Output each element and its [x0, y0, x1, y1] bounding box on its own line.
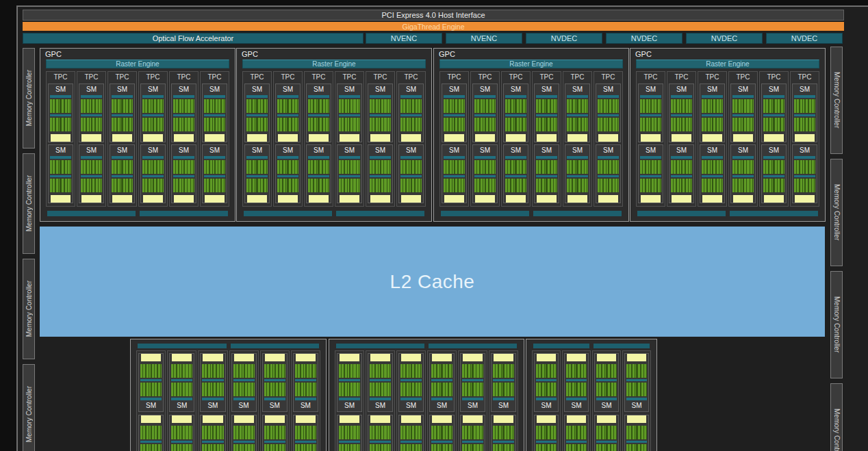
cuda-core-array — [246, 160, 268, 174]
scheduler-strip — [596, 379, 617, 381]
cuda-core-array — [671, 118, 692, 131]
pci-host-interface-bar: PCI Express 4.0 Host Interface — [23, 10, 844, 21]
cuda-core-array — [264, 426, 285, 439]
scheduler-strip — [732, 175, 754, 177]
rt-core — [641, 134, 661, 142]
cuda-core-array — [794, 99, 815, 113]
l2-cache-block: L2 Cache — [40, 227, 825, 337]
rt-core — [278, 134, 298, 142]
sm-block: SM — [638, 83, 663, 142]
rt-core — [506, 195, 526, 203]
memory-controller-label: Memory Controller — [833, 296, 841, 352]
rt-core — [795, 134, 815, 142]
cuda-core-array — [536, 444, 557, 451]
tpc-block: TPCSMSM — [77, 71, 106, 207]
cuda-core-array — [474, 179, 496, 192]
tpc-label: TPC — [730, 72, 756, 81]
cuda-core-array — [444, 99, 465, 113]
rt-core — [340, 354, 359, 361]
sm-block: SM — [398, 144, 424, 203]
sm-label: SM — [173, 86, 194, 94]
scheduler-strip — [732, 156, 754, 159]
scheduler-strip — [173, 156, 194, 159]
scheduler-strip — [81, 156, 102, 159]
scheduler-strip — [277, 175, 298, 177]
sm-label: SM — [277, 86, 298, 94]
tpc-block: SMSM — [532, 350, 561, 451]
cuda-core-array — [112, 118, 133, 131]
sm-label: SM — [462, 402, 483, 410]
scheduler-strip — [598, 175, 619, 177]
cuda-core-array — [277, 99, 298, 113]
memory-controller-label: Memory Controller — [25, 70, 33, 126]
cuda-core-array — [233, 364, 255, 378]
sm-block: SM — [596, 83, 621, 142]
texture-strips — [138, 344, 319, 348]
sm-block: SM — [792, 83, 817, 142]
tpc-block: TPCSMSM — [396, 71, 426, 207]
gpc-label: GPC — [439, 50, 455, 58]
sm-block: SM — [79, 144, 104, 203]
texture-strips — [533, 344, 650, 348]
scheduler-strip — [536, 441, 557, 443]
sm-block: SM — [231, 415, 257, 451]
sm-block: SM — [138, 415, 164, 451]
cuda-core-array — [370, 179, 391, 192]
scheduler-strip — [140, 398, 162, 400]
gigathread-engine-bar: GigaThread Engine — [23, 22, 844, 31]
cuda-core-array — [370, 364, 391, 378]
tpc-label: TPC — [244, 72, 270, 81]
cuda-core-array — [536, 118, 557, 131]
cuda-core-array — [204, 179, 225, 192]
scheduler-strip — [370, 95, 391, 98]
scheduler-strip — [505, 114, 526, 116]
cuda-core-array — [598, 160, 619, 174]
sm-block: SM — [472, 83, 498, 142]
sm-block: SM — [594, 353, 619, 412]
tpc-block: TPCSMSM — [698, 71, 727, 207]
scheduler-strip — [596, 441, 617, 443]
rt-core — [598, 134, 618, 142]
tpc-label: TPC — [48, 72, 73, 81]
sm-block: SM — [638, 144, 663, 203]
scheduler-strip — [732, 114, 754, 116]
cuda-core-array — [763, 118, 784, 131]
cuda-core-array — [431, 444, 452, 451]
scheduler-strip — [339, 398, 360, 400]
scheduler-strip — [640, 175, 661, 177]
sm-label: SM — [567, 146, 588, 155]
raster-engine-bar: Raster Engine — [242, 60, 426, 68]
cuda-core-array — [474, 160, 496, 174]
scheduler-strip — [204, 95, 225, 98]
rt-core — [401, 134, 421, 142]
cuda-core-array — [536, 160, 557, 174]
cuda-core-array — [493, 444, 514, 451]
sm-block: SM — [429, 415, 455, 451]
memory-controller-label: Memory Controller — [25, 175, 33, 231]
scheduler-strip — [308, 175, 329, 177]
pci-host-interface-label: PCI Express 4.0 Host Interface — [381, 11, 485, 19]
rt-core — [702, 195, 722, 203]
scheduler-strip — [462, 398, 483, 400]
cuda-core-array — [671, 179, 692, 192]
sm-block: SM — [293, 353, 318, 412]
rt-core — [247, 195, 267, 203]
rt-core — [444, 134, 464, 142]
tpc-label: TPC — [503, 72, 528, 81]
scheduler-strip — [493, 441, 514, 443]
cuda-core-array — [308, 118, 329, 131]
cuda-core-array — [493, 383, 514, 396]
sm-label: SM — [444, 86, 465, 94]
scheduler-strip — [474, 175, 496, 177]
sm-block: SM — [472, 144, 498, 203]
sm-block: SM — [337, 144, 362, 203]
tpc-block: TPCSMSM — [138, 71, 168, 207]
rt-core — [537, 415, 556, 423]
tpc-block: TPCSMSM — [107, 71, 137, 207]
cuda-core-array — [81, 179, 102, 192]
sm-label: SM — [505, 86, 526, 94]
rt-core — [598, 195, 618, 203]
rt-core — [702, 134, 722, 142]
tpc-label: TPC — [140, 72, 166, 81]
cuda-core-array — [140, 444, 162, 451]
